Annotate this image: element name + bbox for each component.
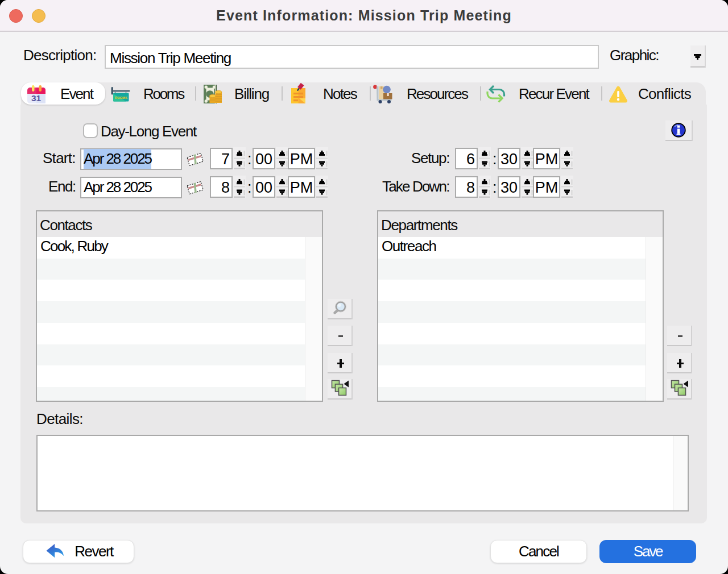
svg-text:31: 31 bbox=[31, 93, 42, 103]
svg-text:ROOMS: ROOMS bbox=[115, 95, 127, 99]
